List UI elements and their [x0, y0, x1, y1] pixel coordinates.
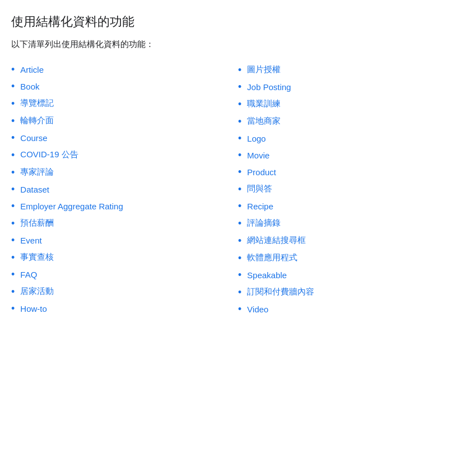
feature-link[interactable]: Movie	[247, 151, 269, 160]
list-item: •How-to	[11, 300, 238, 317]
bullet-icon: •	[238, 201, 241, 211]
bullet-icon: •	[11, 81, 15, 91]
feature-link[interactable]: 導覽標記	[20, 98, 54, 109]
bullet-icon: •	[11, 99, 15, 109]
list-item: •職業訓練	[238, 95, 465, 113]
feature-link[interactable]: 職業訓練	[247, 99, 281, 109]
feature-link[interactable]: 網站連結搜尋框	[247, 235, 306, 246]
feature-link[interactable]: 事實查核	[20, 252, 54, 263]
list-item: •輪轉介面	[11, 112, 238, 129]
feature-link[interactable]: 軟體應用程式	[247, 252, 297, 263]
feature-link[interactable]: Dataset	[20, 185, 49, 194]
page-subtitle: 以下清單列出使用結構化資料的功能：	[11, 39, 465, 50]
bullet-icon: •	[238, 116, 241, 127]
list-item: •問與答	[238, 180, 465, 198]
list-item: •Event	[11, 232, 238, 249]
list-item: •Article	[11, 61, 238, 78]
feature-link[interactable]: 輪轉介面	[20, 115, 54, 126]
bullet-icon: •	[11, 269, 15, 279]
feature-link[interactable]: Speakable	[247, 270, 287, 280]
bullet-icon: •	[11, 150, 15, 160]
feature-link[interactable]: FAQ	[20, 270, 37, 279]
list-item: •Book	[11, 78, 238, 95]
list-item: •當地商家	[238, 113, 465, 130]
feature-link[interactable]: 居家活動	[20, 286, 54, 297]
feature-link[interactable]: Course	[20, 133, 47, 143]
bullet-icon: •	[11, 235, 15, 245]
bullet-icon: •	[238, 150, 241, 160]
bullet-icon: •	[11, 116, 15, 126]
list-item: •Movie	[238, 147, 465, 163]
feature-link[interactable]: Product	[247, 167, 276, 177]
feature-link[interactable]: Event	[20, 236, 41, 245]
bullet-icon: •	[238, 236, 241, 246]
bullet-icon: •	[238, 167, 241, 177]
bullet-icon: •	[238, 287, 241, 297]
list-item: •圖片授權	[238, 61, 465, 78]
feature-link[interactable]: 訂閱和付費牆內容	[247, 287, 314, 297]
list-item: •Logo	[238, 130, 465, 147]
list-item: •居家活動	[11, 283, 238, 300]
feature-link[interactable]: 問與答	[247, 184, 272, 194]
bullet-icon: •	[11, 167, 15, 177]
bullet-icon: •	[238, 99, 241, 109]
list-item: •導覽標記	[11, 95, 238, 112]
bullet-icon: •	[238, 65, 241, 75]
bullet-icon: •	[238, 218, 241, 228]
bullet-icon: •	[238, 184, 241, 194]
feature-link[interactable]: 評論摘錄	[247, 218, 281, 228]
list-item: •COVID-19 公告	[11, 146, 238, 163]
feature-link[interactable]: How-to	[20, 304, 47, 313]
right-column: •圖片授權•Job Posting•職業訓練•當地商家•Logo•Movie•P…	[238, 61, 465, 317]
feature-link[interactable]: Book	[20, 82, 39, 91]
bullet-icon: •	[11, 133, 15, 143]
bullet-icon: •	[11, 252, 15, 263]
bullet-icon: •	[11, 184, 15, 194]
bullet-icon: •	[238, 82, 241, 92]
feature-link[interactable]: COVID-19 公告	[20, 149, 78, 160]
feature-link[interactable]: 當地商家	[247, 116, 281, 127]
bullet-icon: •	[11, 303, 15, 313]
bullet-icon: •	[238, 304, 241, 314]
feature-link[interactable]: Video	[247, 305, 268, 314]
list-item: •專家評論	[11, 163, 238, 181]
feature-link[interactable]: 圖片授權	[247, 64, 281, 75]
bullet-icon: •	[11, 218, 15, 228]
bullet-icon: •	[238, 133, 241, 143]
list-item: •事實查核	[11, 249, 238, 266]
list-item: •Course	[11, 129, 238, 146]
list-item: •軟體應用程式	[238, 249, 465, 266]
list-item: •網站連結搜尋框	[238, 232, 465, 249]
list-item: •訂閱和付費牆內容	[238, 283, 465, 301]
feature-link[interactable]: Article	[20, 65, 44, 74]
page-title: 使用結構化資料的功能	[11, 13, 465, 30]
feature-link[interactable]: Recipe	[247, 202, 273, 211]
bullet-icon: •	[238, 253, 241, 263]
list-item: •Dataset	[11, 181, 238, 198]
bullet-icon: •	[11, 64, 15, 74]
bullet-icon: •	[238, 270, 241, 280]
list-item: •評論摘錄	[238, 214, 465, 232]
feature-link[interactable]: Employer Aggregate Rating	[20, 202, 123, 211]
list-item: •Employer Aggregate Rating	[11, 198, 238, 214]
feature-link[interactable]: 預估薪酬	[20, 218, 54, 228]
left-column: •Article•Book•導覽標記•輪轉介面•Course•COVID-19 …	[11, 61, 238, 317]
list-item: •FAQ	[11, 266, 238, 283]
list-item: •Recipe	[238, 198, 465, 214]
list-item: •預估薪酬	[11, 214, 238, 232]
bullet-icon: •	[11, 201, 15, 211]
list-item: •Job Posting	[238, 78, 465, 95]
list-item: •Product	[238, 163, 465, 180]
feature-link[interactable]: Logo	[247, 134, 265, 143]
bullet-icon: •	[11, 287, 15, 297]
list-item: •Video	[238, 301, 465, 317]
feature-link[interactable]: 專家評論	[20, 167, 54, 177]
features-grid: •Article•Book•導覽標記•輪轉介面•Course•COVID-19 …	[11, 61, 465, 317]
feature-link[interactable]: Job Posting	[247, 82, 291, 92]
list-item: •Speakable	[238, 266, 465, 283]
